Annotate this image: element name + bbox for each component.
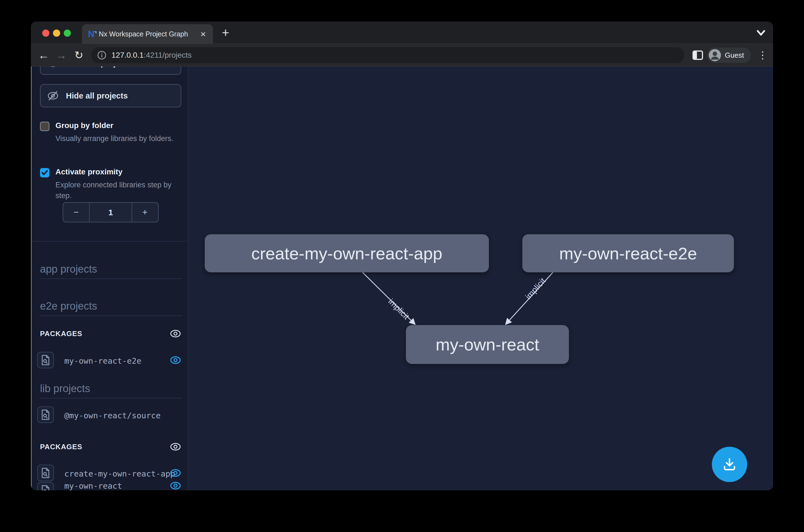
proximity-decrement-button[interactable]: − — [63, 203, 90, 222]
graph-edges: implicit implicit — [189, 66, 773, 490]
hide-all-projects-label: Hide all projects — [66, 91, 128, 100]
file-search-icon — [41, 410, 50, 420]
browser-window: N Nx Workspace Project Graph × + ← → ↻ 1… — [31, 21, 773, 490]
checkmark-icon — [41, 170, 48, 175]
url-host: 127.0.0.1 — [112, 51, 144, 60]
packages-header-lib: PACKAGES — [40, 442, 181, 451]
eye-icon — [47, 66, 59, 68]
url-path: :4211/projects — [144, 51, 192, 60]
tab-close-icon[interactable]: × — [199, 29, 207, 39]
activate-proximity-checkbox[interactable] — [40, 168, 50, 177]
node-label: create-my-own-react-app — [251, 244, 443, 263]
eye-off-icon — [47, 91, 59, 101]
proximity-stepper: − 1 + — [63, 202, 159, 223]
window-minimize-button[interactable] — [53, 30, 60, 37]
page-content: Show all projects Hide all projects Grou… — [31, 66, 773, 490]
lib-projects-heading: lib projects — [40, 383, 182, 398]
show-all-projects-button[interactable]: Show all projects — [40, 66, 181, 75]
download-graph-button[interactable] — [712, 447, 747, 482]
nx-logo-icon: N — [88, 30, 94, 38]
reload-button[interactable]: ↻ — [70, 50, 88, 60]
address-bar[interactable]: 127.0.0.1:4211/projects — [91, 47, 684, 63]
node-label: my-own-react — [436, 335, 539, 354]
graph-node-my-own-react[interactable]: my-own-react — [406, 325, 569, 364]
focus-project-button[interactable] — [37, 352, 54, 368]
avatar — [709, 49, 721, 61]
activate-proximity-description: Explore connected libraries step by step… — [55, 179, 186, 201]
project-name: my-own-react — [64, 481, 122, 490]
toggle-all-eye-icon[interactable] — [170, 329, 181, 338]
download-icon — [722, 457, 737, 472]
visibility-eye-icon[interactable] — [170, 469, 181, 477]
screen: N Nx Workspace Project Graph × + ← → ↻ 1… — [0, 0, 804, 532]
info-icon[interactable] — [97, 51, 107, 60]
visibility-eye-icon[interactable] — [170, 356, 181, 364]
file-search-icon — [41, 468, 50, 478]
packages-label: PACKAGES — [40, 442, 170, 451]
profile-label: Guest — [725, 51, 744, 60]
side-panel-icon[interactable] — [692, 51, 703, 60]
browser-toolbar: ← → ↻ 127.0.0.1:4211/projects — [31, 43, 773, 66]
proximity-increment-button[interactable]: + — [132, 203, 157, 222]
sidebar: Show all projects Hide all projects Grou… — [31, 66, 188, 490]
tab-strip: N Nx Workspace Project Graph × + — [31, 21, 773, 43]
focus-project-button[interactable] — [37, 482, 54, 490]
sidebar-divider — [31, 241, 188, 242]
e2e-projects-heading: e2e projects — [40, 300, 182, 316]
new-tab-button[interactable]: + — [222, 26, 229, 39]
file-search-icon — [41, 485, 50, 490]
window-close-button[interactable] — [42, 30, 50, 37]
focus-project-button[interactable] — [37, 406, 54, 423]
project-name: my-own-react-e2e — [64, 356, 141, 366]
back-button[interactable]: ← — [35, 50, 53, 61]
group-by-folder-description: Visually arrange libraries by folders. — [55, 133, 186, 144]
file-search-icon — [41, 355, 50, 365]
group-by-folder-label: Group by folder — [55, 121, 113, 130]
group-by-folder-checkbox[interactable] — [40, 122, 50, 131]
profile-button[interactable]: Guest — [707, 48, 751, 63]
toggle-all-eye-icon[interactable] — [170, 442, 181, 451]
tab-title: Nx Workspace Project Graph — [99, 30, 195, 38]
activate-proximity-label: Activate proximity — [55, 168, 122, 176]
show-all-projects-label: Show all projects — [66, 66, 132, 68]
node-label: my-own-react-e2e — [559, 244, 697, 263]
focus-project-button[interactable] — [37, 465, 54, 481]
project-graph-canvas[interactable]: implicit implicit create-my-own-react-ap… — [189, 66, 773, 490]
browser-tab[interactable]: N Nx Workspace Project Graph × — [82, 24, 213, 43]
packages-header-e2e: PACKAGES — [40, 329, 181, 338]
graph-node-my-own-react-e2e[interactable]: my-own-react-e2e — [522, 234, 734, 272]
project-name: @my-own-react/source — [64, 411, 160, 420]
graph-node-create-my-own-react-app[interactable]: create-my-own-react-app — [205, 234, 489, 272]
browser-menu-icon[interactable]: ⋮ — [757, 48, 768, 63]
chevron-down-icon[interactable] — [755, 27, 767, 38]
window-zoom-button[interactable] — [64, 30, 71, 37]
app-projects-heading: app projects — [40, 263, 182, 279]
proximity-value: 1 — [90, 203, 132, 222]
forward-button[interactable]: → — [53, 50, 70, 61]
project-name: create-my-own-react-app — [64, 469, 175, 478]
hide-all-projects-button[interactable]: Hide all projects — [40, 84, 181, 107]
packages-label: PACKAGES — [40, 329, 170, 338]
edge-label: implicit — [523, 276, 548, 301]
visibility-eye-icon[interactable] — [170, 481, 181, 490]
edge-label: implicit — [386, 297, 411, 321]
